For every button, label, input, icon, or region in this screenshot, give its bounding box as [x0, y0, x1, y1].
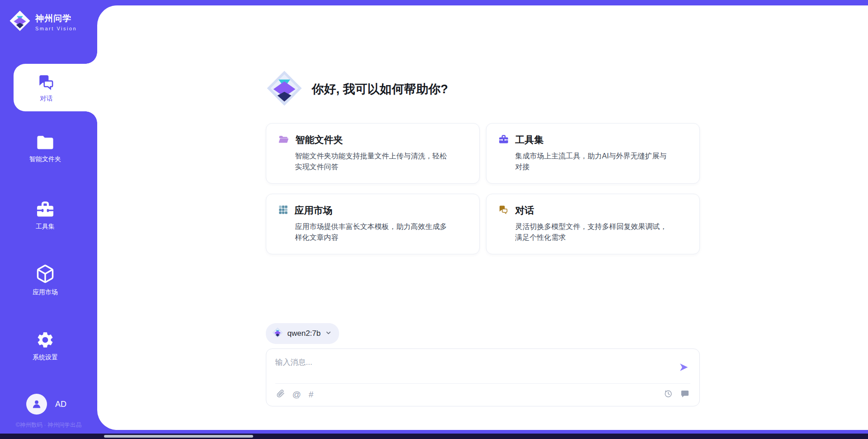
brand: 神州问学 Smart Vision	[9, 10, 77, 33]
sidebar-item-smart-folder[interactable]: 智能文件夹	[0, 134, 90, 163]
model-name: qwen2:7b	[288, 329, 321, 338]
sidebar-footer: ©神州数码 · 神州问学出品	[0, 421, 97, 429]
sidebar-item-label: 应用市场	[0, 288, 90, 296]
brand-logo-diamond-icon	[9, 10, 31, 33]
avatar	[26, 394, 47, 415]
chevron-down-icon	[325, 329, 332, 338]
card-toolset[interactable]: 工具集 集成市场上主流工具，助力AI与外界无缝扩展与对接	[486, 123, 700, 184]
at-icon: @	[292, 390, 301, 399]
toolbox-icon	[498, 134, 509, 146]
history-button[interactable]	[664, 389, 673, 400]
sidebar-item-toolset[interactable]: 工具集	[0, 200, 90, 231]
folder-open-icon	[278, 134, 289, 146]
sidebar: 神州问学 Smart Vision 对话 智能文件夹	[0, 0, 97, 439]
sidebar-item-chat[interactable]: 对话	[14, 64, 97, 111]
send-icon	[678, 367, 689, 374]
brand-subtitle: Smart Vision	[35, 26, 77, 31]
sidebar-item-label: 系统设置	[0, 353, 90, 362]
send-button[interactable]	[677, 361, 690, 375]
paperclip-icon	[276, 389, 285, 400]
greeting-title: 你好, 我可以如何帮助你?	[312, 81, 448, 97]
feature-cards: 智能文件夹 智能文件夹功能支持批量文件上传与清洗，轻松实现文件问答	[266, 123, 700, 254]
new-chat-button[interactable]	[680, 389, 689, 400]
scrollbar-thumb[interactable]	[104, 435, 253, 438]
history-clock-icon	[664, 389, 673, 400]
attach-file-button[interactable]	[276, 389, 285, 400]
hero-logo-diamond-icon	[266, 70, 303, 109]
card-description: 智能文件夹功能支持批量文件上传与清洗，轻松实现文件问答	[295, 151, 451, 172]
message-composer: @ #	[266, 348, 700, 406]
card-chat[interactable]: 对话 灵活切换多模型文件，支持多样回复效果调试，满足个性化需求	[486, 194, 700, 254]
card-title: 工具集	[515, 134, 544, 146]
sidebar-item-settings[interactable]: 系统设置	[0, 330, 90, 362]
sidebar-item-label: 工具集	[0, 223, 90, 231]
card-app-market[interactable]: 应用市场 应用市场提供丰富长文本模板，助力高效生成多样化文章内容	[266, 194, 480, 254]
model-diamond-icon	[272, 327, 283, 340]
sidebar-item-label: 对话	[40, 95, 53, 103]
folder-icon	[0, 134, 90, 151]
toolbox-icon	[0, 200, 90, 219]
grid-icon	[278, 205, 288, 217]
card-title: 对话	[515, 204, 534, 217]
chat-bubble-icon	[680, 389, 689, 400]
main-content: 你好, 我可以如何帮助你? 智能文件夹 智能文件夹功能支持批量文件上传与清洗，轻…	[97, 5, 868, 430]
gear-icon	[0, 330, 90, 349]
card-smart-folder[interactable]: 智能文件夹 智能文件夹功能支持批量文件上传与清洗，轻松实现文件问答	[266, 123, 480, 184]
card-title: 智能文件夹	[296, 134, 343, 146]
message-input[interactable]	[275, 355, 677, 382]
mention-button[interactable]: @	[292, 390, 301, 399]
card-description: 灵活切换多模型文件，支持多样回复效果调试，满足个性化需求	[515, 221, 671, 243]
model-selector[interactable]: qwen2:7b	[266, 323, 340, 344]
topic-button[interactable]: #	[309, 390, 314, 399]
cube-icon	[0, 263, 90, 284]
brand-name: 神州问学	[35, 13, 77, 24]
card-title: 应用市场	[295, 204, 333, 217]
bottom-scrollbar-track	[0, 434, 868, 439]
card-description: 应用市场提供丰富长文本模板，助力高效生成多样化文章内容	[295, 221, 451, 243]
hero: 你好, 我可以如何帮助你?	[266, 70, 700, 109]
sidebar-item-label: 智能文件夹	[0, 155, 90, 163]
sidebar-item-app-market[interactable]: 应用市场	[0, 263, 90, 296]
user-account[interactable]: AD	[26, 394, 66, 415]
user-name: AD	[55, 400, 66, 409]
chat-bubbles-icon	[498, 204, 509, 217]
chat-bubbles-icon	[37, 72, 56, 91]
card-description: 集成市场上主流工具，助力AI与外界无缝扩展与对接	[515, 151, 671, 172]
hash-icon: #	[309, 390, 314, 399]
